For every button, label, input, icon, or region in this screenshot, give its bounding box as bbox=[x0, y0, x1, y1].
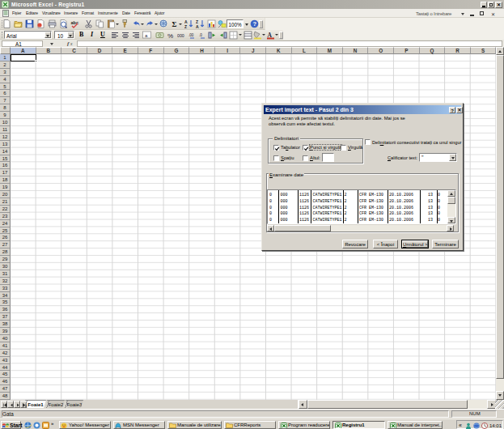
svg-text:A: A bbox=[268, 32, 273, 39]
svg-text:000: 000 bbox=[177, 33, 184, 38]
svg-text:%: % bbox=[167, 32, 173, 40]
svg-text:Σ: Σ bbox=[172, 20, 177, 28]
svg-text:.0: .0 bbox=[199, 33, 202, 37]
svg-text:Z: Z bbox=[184, 24, 187, 29]
svg-text:?: ? bbox=[252, 20, 256, 28]
svg-text:.00: .00 bbox=[188, 33, 194, 37]
svg-text:A: A bbox=[196, 24, 199, 29]
